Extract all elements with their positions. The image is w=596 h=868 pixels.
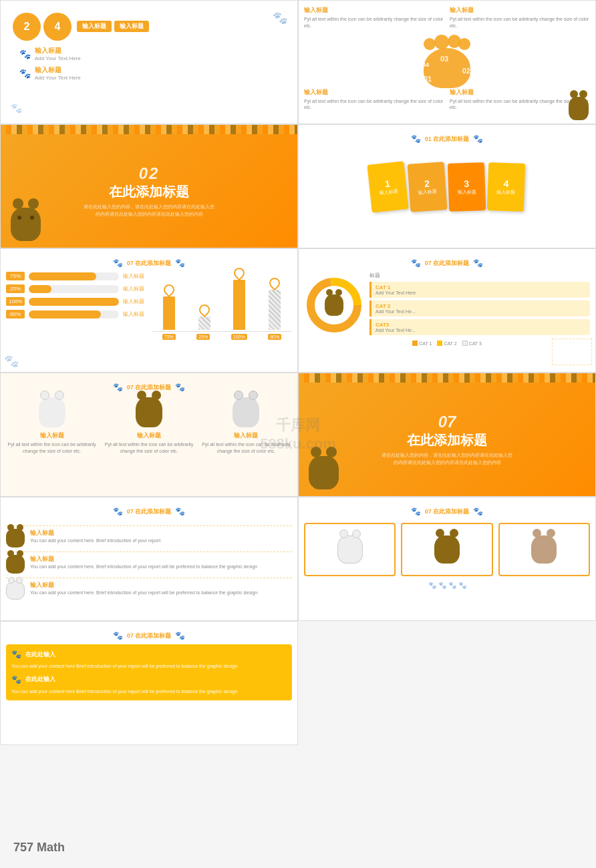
timeline-item-2: 输入标题 You can add your content here. Brie…: [6, 555, 292, 574]
card-col-1: 输入标题 Pyt all text within the icon can be…: [6, 397, 98, 455]
white-dog-card-2: [233, 397, 259, 427]
dog-deco-s2: [569, 97, 589, 120]
paw-r4: 🐾: [458, 582, 466, 589]
paw-deco-bl: 🐾: [11, 103, 22, 114]
progress-title-3: 输入标题: [123, 298, 146, 305]
progress-bar-bg-1: [29, 272, 119, 280]
paw-yb2: 🐾: [11, 675, 21, 684]
progress-row-3: 100% 输入标题: [6, 297, 146, 306]
slide-9-header-text: 07 在此添加标题: [127, 507, 172, 516]
pattern-border-s8: [299, 373, 595, 383]
main-grid: 2 4 输入标题 输入标题 🐾 输入标题 Add Your Text Here: [0, 0, 596, 868]
slide-11-header-text: 07 在此添加标题: [127, 632, 172, 640]
paw-icon-s11-left: 🐾: [113, 631, 123, 640]
s2-desc1: Pyt all text within the icon can be arbi…: [304, 16, 444, 29]
progress-label-2: 25%: [6, 284, 25, 293]
card-desc-3: Pyt all text within the icon can be arbi…: [200, 441, 292, 455]
donut-chart: [304, 275, 364, 335]
progress-label-1: 75%: [6, 272, 25, 280]
math-label: 757 Math: [13, 841, 65, 855]
tl-desc-1: You can add your content here. Brief int…: [30, 537, 160, 544]
slide-7-header: 🐾 07 在此添加标题 🐾: [6, 379, 292, 392]
image-card-3: [498, 523, 590, 576]
slide-5: 🐾 07 在此添加标题 🐾 75% 输入标题 25%: [0, 248, 298, 373]
yellow-box-item-1: 🐾 在此处输入: [11, 650, 287, 659]
paw-yb1: 🐾: [11, 650, 21, 659]
label-2: 输入标题: [114, 21, 149, 32]
yb-desc-2: You can add your content here Brief intr…: [11, 688, 287, 695]
section-desc-3: 请在此处输入您的内容，请在此处输入您的内容请在此处输入您的内容请在此处输入您的内…: [82, 204, 216, 218]
image-card-1: [304, 523, 396, 576]
section-num-8: 07: [438, 413, 456, 431]
paw-icon-s7-right: 🐾: [175, 383, 185, 392]
dashed-line-3: [6, 578, 292, 578]
slide-5-header: 🐾 07 在此添加标题 🐾: [6, 254, 292, 268]
cat-item-1: CAT 1 Add Your Text Here: [369, 282, 590, 298]
slide-10: 🐾 07 在此添加标题 🐾: [298, 497, 596, 621]
progress-title-1: 输入标题: [123, 272, 146, 280]
s2-title1: 输入标题: [304, 6, 444, 15]
card-title-2: 输入标题: [103, 431, 194, 440]
dog-donut-center: [325, 294, 343, 316]
s2-title2: 输入标题: [450, 6, 590, 15]
paw-icon-s9-right: 🐾: [175, 507, 185, 516]
card-col-3: 输入标题 Pyt all text within the icon can be…: [200, 397, 292, 455]
dog-icon-tl1: [6, 529, 25, 548]
slide-11-header: 🐾 07 在此添加标题 🐾: [6, 627, 292, 640]
card-desc-1: Pyt all text within the icon can be arbi…: [6, 441, 98, 455]
section-num-3: 02: [139, 164, 160, 183]
diag-card-3: 3 输入标题: [448, 162, 486, 212]
dog-brown-3: [11, 208, 41, 241]
s2-desc2: Pyt all text within the icon can be arbi…: [450, 16, 590, 29]
progress-title-4: 输入标题: [123, 310, 146, 318]
paw-deco-s5: 🐾: [4, 354, 19, 369]
diag-card-4: 4 输入标题: [487, 162, 525, 212]
dog-icon-tl2: [6, 555, 25, 574]
slide-6-subtitle: 标题: [369, 272, 590, 279]
diag-card-1: 1 输入标题: [367, 161, 408, 212]
progress-row-4: 80% 输入标题: [6, 310, 146, 318]
paw-num-01: 01: [424, 75, 432, 83]
card-title-3: 输入标题: [200, 431, 292, 440]
paw-r2: 🐾: [438, 582, 446, 589]
paw-icon-s5-left: 🐾: [113, 258, 123, 268]
slide-6-header: 🐾 07 在此添加标题 🐾: [304, 254, 590, 268]
white-dog-card-10: [337, 535, 363, 564]
s2-title4: 输入标题: [450, 88, 590, 97]
paw-icon-s6-right: 🐾: [473, 258, 483, 268]
tl-desc-2: You can add your content here. Brief int…: [30, 564, 257, 570]
paw-num-02: 02: [462, 67, 470, 75]
slide-3: 02 在此添加标题 请在此处输入您的内容，请在此处输入您的内容请在此处输入您的内…: [0, 124, 298, 248]
slide-4: 🐾 01 在此添加标题 🐾 1 输入标题 2 输入标题 3 输入标题: [298, 124, 596, 248]
paw-num-04: 04: [422, 61, 429, 68]
paw-row-bottom: 🐾 🐾 🐾 🐾: [304, 582, 590, 589]
cat-card-10: [531, 535, 557, 564]
paw-r3: 🐾: [448, 582, 456, 589]
legend-2: CAT 2: [437, 341, 456, 346]
yb-label-2: 在此处输入: [25, 675, 55, 684]
title-text-2: 输入标题: [35, 65, 81, 75]
section-desc-8: 请在此处输入您的内容，请在此处输入您的内容请在此处输入您的内容请在此处输入您的内…: [380, 452, 514, 466]
s2-title3: 输入标题: [304, 88, 444, 97]
slide-11: 🐾 07 在此添加标题 🐾 🐾 在此处输入 You can add your c…: [0, 621, 298, 745]
circle-num-4: 4: [43, 13, 71, 41]
image-card-2: [401, 523, 492, 576]
dashed-deco: [552, 339, 592, 365]
slide-4-header: 🐾 01 在此添加标题 🐾: [304, 130, 590, 144]
slide-2: 输入标题 Pyt all text within the icon can be…: [298, 0, 596, 124]
paw-icon-s10-right: 🐾: [473, 507, 483, 516]
paw-icon-s7-left: 🐾: [113, 383, 123, 392]
bar-bottom-label-4: 80%: [268, 334, 281, 340]
bar-bottom-label-2: 25%: [196, 334, 210, 340]
progress-bar-fill-2: [29, 285, 51, 293]
tl-title-2: 输入标题: [30, 555, 257, 564]
paw-icon-s4-left: 🐾: [411, 134, 421, 144]
slide-1: 2 4 输入标题 输入标题 🐾 输入标题 Add Your Text Here: [0, 0, 298, 124]
paw-icon-s9-left: 🐾: [113, 507, 123, 516]
section-title-8: 在此添加标题: [407, 431, 487, 449]
diag-card-2: 2 输入标题: [408, 162, 448, 212]
bar-bottom-label-3: 100%: [231, 334, 247, 340]
slide-5-header-text: 07 在此添加标题: [127, 259, 172, 268]
progress-bar-fill-4: [29, 310, 101, 318]
section-title-3: 在此添加标题: [109, 183, 189, 201]
